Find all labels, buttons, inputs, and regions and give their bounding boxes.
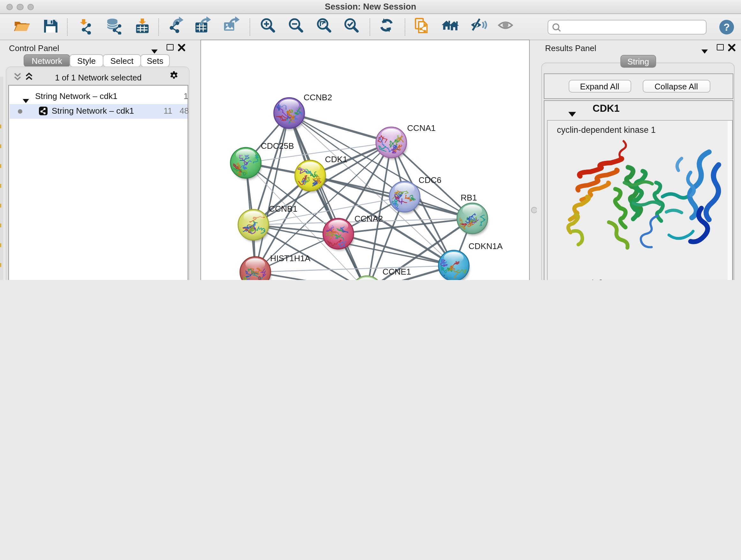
svg-text:CDK1: CDK1: [325, 154, 347, 164]
svg-text:CDC6: CDC6: [418, 175, 441, 185]
svg-text:CDKN1A: CDKN1A: [468, 241, 502, 251]
svg-text:RB1: RB1: [461, 193, 477, 202]
svg-text:CCNA2: CCNA2: [354, 214, 383, 224]
svg-text:CCNA1: CCNA1: [407, 123, 435, 133]
svg-text:CCNB2: CCNB2: [304, 92, 332, 102]
svg-text:CCNB1: CCNB1: [269, 204, 297, 213]
svg-text:CDC25B: CDC25B: [261, 141, 294, 151]
svg-text:CCNE1: CCNE1: [382, 267, 411, 276]
svg-text:HIST1H1A: HIST1H1A: [270, 253, 311, 263]
